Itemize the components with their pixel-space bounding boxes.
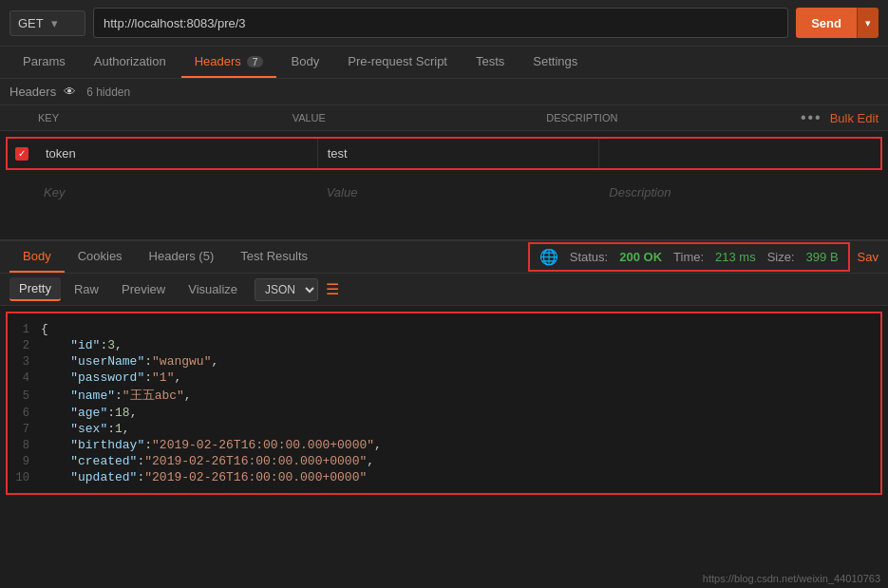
json-line-1: 1 {: [8, 321, 880, 337]
headers-badge: 7: [247, 56, 262, 67]
json-line-5: 5 "name": "王五abc",: [8, 386, 880, 405]
method-label: GET: [18, 16, 44, 30]
json-line-2: 2 "id": 3,: [8, 337, 880, 353]
json-line-3: 3 "userName": "wangwu",: [8, 353, 880, 370]
header-key-cell[interactable]: token: [36, 139, 318, 168]
placeholder-row: Key Value Description: [6, 176, 882, 209]
send-dropdown-button[interactable]: ▾: [857, 8, 879, 38]
line-num-9: 9: [8, 455, 41, 468]
request-tab-bar: Params Authorization Headers 7 Body Pre-…: [0, 47, 888, 79]
line-num-3: 3: [8, 355, 41, 369]
spacer: [0, 211, 888, 239]
header-row-0: ✓ token test: [6, 137, 882, 170]
header-value-cell[interactable]: test: [318, 139, 600, 168]
tab-headers[interactable]: Headers 7: [181, 47, 276, 78]
status-value: 200 OK: [619, 250, 662, 264]
fmt-tab-preview[interactable]: Preview: [112, 278, 175, 300]
response-area: Body Cookies Headers (5) Test Results 🌐 …: [0, 239, 888, 495]
line-num-4: 4: [8, 371, 41, 385]
line-num-5: 5: [8, 389, 41, 403]
json-line-6: 6 "age": 18,: [8, 405, 880, 421]
headers-col-row: KEY VALUE DESCRIPTION ••• Bulk Edit: [0, 105, 888, 131]
time-value: 213 ms: [715, 250, 756, 264]
line-num-10: 10: [8, 471, 41, 484]
line-num-8: 8: [8, 439, 41, 452]
watermark: https://blog.csdn.net/weixin_44010763: [703, 573, 880, 584]
format-select[interactable]: JSON XML HTML: [255, 278, 318, 301]
header-row-inner: ✓ token test: [8, 139, 880, 168]
wrap-icon[interactable]: ☰: [326, 280, 339, 298]
send-button[interactable]: Send: [796, 8, 857, 38]
col-desc-header: DESCRIPTION: [537, 108, 791, 127]
tab-params[interactable]: Params: [9, 47, 79, 78]
tab-authorization[interactable]: Authorization: [81, 47, 179, 78]
tab-settings[interactable]: Settings: [520, 47, 591, 78]
response-tab-body[interactable]: Body: [9, 241, 65, 273]
placeholder-value[interactable]: Value: [317, 180, 600, 205]
dots-button[interactable]: •••: [801, 109, 822, 126]
method-dropdown-icon: ▾: [51, 16, 58, 30]
status-label: Status:: [570, 250, 608, 264]
response-tab-bar: Body Cookies Headers (5) Test Results 🌐 …: [0, 241, 888, 274]
url-input[interactable]: [93, 8, 788, 38]
col-value-header: VALUE: [283, 108, 538, 127]
fmt-tab-visualize[interactable]: Visualize: [179, 278, 247, 300]
line-num-6: 6: [8, 407, 41, 420]
eye-icon[interactable]: 👁: [64, 85, 76, 99]
json-line-4: 4 "password": "1",: [8, 370, 880, 386]
line-num-7: 7: [8, 423, 41, 436]
line-num-2: 2: [8, 339, 41, 352]
col-actions: ••• Bulk Edit: [791, 105, 888, 130]
size-value: 399 B: [806, 250, 839, 264]
line-num-1: 1: [8, 323, 41, 336]
tab-body[interactable]: Body: [278, 47, 333, 78]
col-key-header: KEY: [28, 108, 283, 127]
json-line-9: 9 "created": "2019-02-26T16:00:00.000+00…: [8, 453, 880, 469]
hidden-count: 6 hidden: [86, 85, 130, 99]
response-tab-cookies[interactable]: Cookies: [65, 241, 136, 273]
response-tab-headers[interactable]: Headers (5): [136, 241, 228, 273]
placeholder-desc: Description: [599, 180, 882, 205]
response-tab-testresults[interactable]: Test Results: [227, 241, 321, 273]
globe-icon: 🌐: [539, 248, 558, 266]
send-group: Send ▾: [796, 8, 879, 38]
save-button[interactable]: Sav: [858, 250, 879, 264]
headers-subbar-label: Headers: [9, 85, 56, 99]
fmt-tab-pretty[interactable]: Pretty: [9, 277, 61, 301]
json-line-7: 7 "sex": 1,: [8, 421, 880, 437]
header-desc-cell: [599, 146, 880, 161]
bulk-edit-button[interactable]: Bulk Edit: [830, 111, 879, 125]
size-label: Size:: [767, 250, 795, 264]
top-bar: GET ▾ Send ▾: [0, 0, 888, 47]
json-body: 1 { 2 "id": 3, 3 "userName": "wangwu", 4…: [6, 312, 882, 495]
placeholder-key[interactable]: Key: [34, 180, 317, 205]
tab-prerequest[interactable]: Pre-request Script: [334, 47, 461, 78]
tab-tests[interactable]: Tests: [463, 47, 518, 78]
fmt-tab-raw[interactable]: Raw: [65, 278, 108, 300]
checkbox-icon: ✓: [15, 147, 28, 161]
time-label: Time:: [673, 250, 704, 264]
row-checkbox[interactable]: ✓: [8, 142, 36, 166]
response-status-area: 🌐 Status: 200 OK Time: 213 ms Size: 399 …: [528, 242, 850, 272]
json-line-10: 10 "updated": "2019-02-26T16:00:00.000+0…: [8, 469, 880, 485]
json-brace-open: {: [41, 322, 48, 336]
json-line-8: 8 "birthday": "2019-02-26T16:00:00.000+0…: [8, 437, 880, 453]
format-tabs: Pretty Raw Preview Visualize JSON XML HT…: [0, 274, 888, 306]
headers-subbar: Headers 👁 6 hidden: [0, 79, 888, 105]
method-select[interactable]: GET ▾: [9, 10, 85, 36]
